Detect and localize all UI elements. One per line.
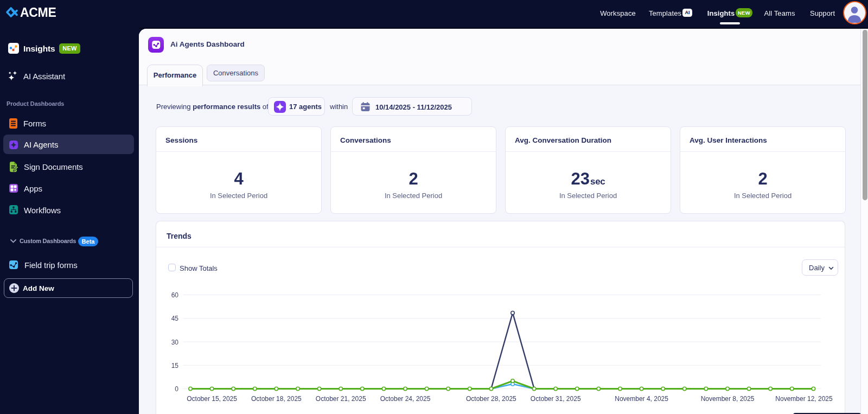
svg-text:October 21, 2025: October 21, 2025 (316, 395, 366, 403)
svg-text:October 24, 2025: October 24, 2025 (380, 395, 431, 403)
svg-text:45: 45 (171, 315, 179, 322)
svg-text:October 28, 2025: October 28, 2025 (466, 395, 516, 403)
svg-text:November 8, 2025: November 8, 2025 (701, 395, 755, 403)
svg-text:November 4, 2025: November 4, 2025 (615, 395, 668, 403)
svg-text:October 31, 2025: October 31, 2025 (531, 395, 581, 403)
svg-text:October 15, 2025: October 15, 2025 (187, 395, 237, 403)
svg-text:60: 60 (171, 291, 179, 299)
svg-text:October 18, 2025: October 18, 2025 (251, 395, 302, 403)
svg-text:0: 0 (175, 385, 178, 393)
svg-text:November 12, 2025: November 12, 2025 (775, 395, 833, 403)
svg-text:30: 30 (171, 339, 179, 346)
svg-text:15: 15 (171, 362, 179, 370)
